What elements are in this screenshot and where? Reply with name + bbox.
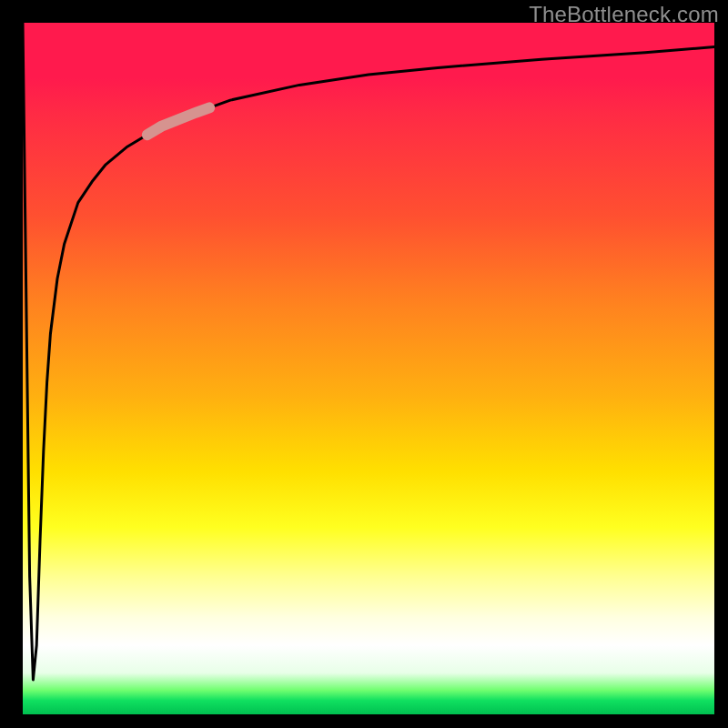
curve-layer	[23, 23, 714, 714]
bottleneck-curve	[23, 23, 714, 680]
chart-frame: TheBottleneck.com	[0, 0, 728, 728]
plot-area	[23, 23, 714, 714]
highlight-segment	[147, 107, 209, 135]
